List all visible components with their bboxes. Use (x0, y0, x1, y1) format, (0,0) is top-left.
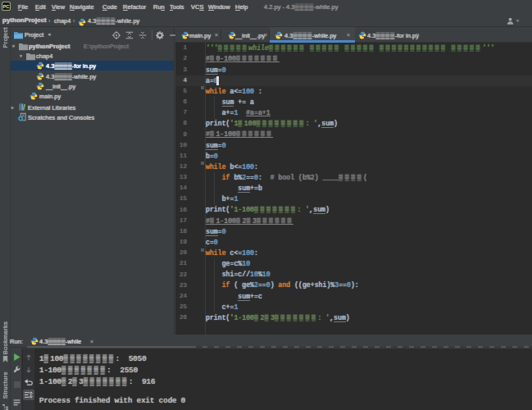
svg-text:PC: PC (2, 4, 10, 9)
